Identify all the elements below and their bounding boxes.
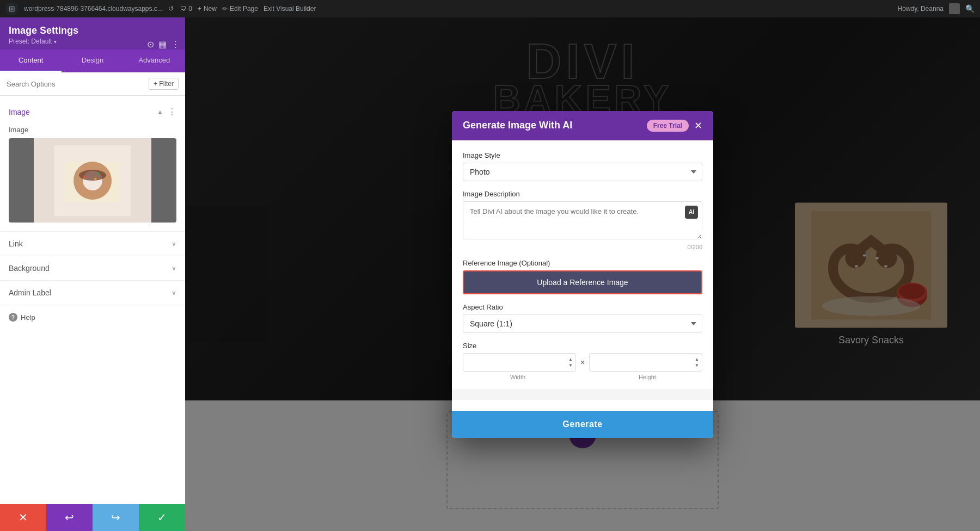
tab-content[interactable]: Content [0, 50, 62, 72]
modal-overlay: Generate Image With AI Free Trial ✕ Imag… [185, 17, 980, 531]
wp-logo-icon[interactable]: ⊞ [5, 2, 19, 15]
image-description-group: Image Description AI 0/200 [463, 190, 702, 250]
size-x-spacer [577, 374, 588, 380]
save-button[interactable]: ✓ [139, 504, 185, 531]
svg-point-4 [79, 170, 106, 181]
help-label: Help [21, 313, 35, 322]
help-icon: ? [9, 313, 17, 322]
more-options-icon[interactable]: ⋮ [171, 39, 180, 50]
image-description-textarea[interactable] [463, 201, 702, 239]
admin-label-section-label: Admin Label [9, 288, 51, 297]
width-increment-button[interactable]: ▲ [567, 356, 574, 362]
svg-point-5 [83, 176, 85, 178]
size-separator: × [580, 358, 585, 367]
svg-point-6 [97, 172, 99, 175]
tab-advanced[interactable]: Advanced [124, 50, 185, 72]
image-field-label: Image [9, 126, 176, 134]
height-spinners: ▲ ▼ [694, 356, 700, 368]
link-section-label: Link [9, 239, 23, 248]
columns-icon[interactable]: ▦ [158, 39, 167, 50]
admin-label-arrow-icon: ∨ [171, 289, 176, 297]
width-input-wrap: 512 ▲ ▼ [463, 353, 576, 372]
redo-button[interactable]: ↪ [93, 504, 139, 531]
aspect-ratio-group: Aspect Ratio Square (1:1)Landscape (16:9… [463, 303, 702, 333]
sidebar-search-bar: + Filter [0, 72, 185, 96]
refresh-icon[interactable]: ↺ [168, 5, 174, 13]
search-icon[interactable]: 🔍 [965, 4, 975, 13]
search-input[interactable] [7, 80, 144, 88]
wp-url: wordpress-784896-3766464.cloudwaysapps.c… [24, 5, 163, 13]
tab-design[interactable]: Design [62, 50, 123, 72]
image-style-select[interactable]: PhotoIllustrationSketchOil PaintingWater… [463, 163, 702, 181]
image-style-group: Image Style PhotoIllustrationSketchOil P… [463, 151, 702, 181]
sidebar-header: Image Settings Preset: Default ⊙ ▦ ⋮ [0, 17, 185, 50]
close-icon: ✕ [19, 511, 28, 524]
width-spinners: ▲ ▼ [567, 356, 574, 368]
modal-divider [452, 389, 713, 400]
image-section-label: Image [9, 108, 30, 116]
background-section-arrow-icon: ∨ [171, 264, 176, 272]
image-style-label: Image Style [463, 151, 702, 159]
aspect-ratio-select[interactable]: Square (1:1)Landscape (16:9)Portrait (9:… [463, 314, 702, 333]
image-section-header[interactable]: Image ▲ ⋮ [0, 102, 185, 121]
modal-body: Image Style PhotoIllustrationSketchOil P… [452, 140, 713, 411]
char-count: 0/200 [463, 244, 702, 250]
textarea-wrapper: AI [463, 201, 702, 242]
size-label: Size [463, 342, 702, 350]
settings-sidebar: Image Settings Preset: Default ⊙ ▦ ⋮ Con… [0, 17, 185, 531]
svg-point-7 [94, 178, 96, 180]
wp-bar-right: Howdy, Deanna 🔍 [898, 3, 975, 14]
width-decrement-button[interactable]: ▼ [567, 362, 574, 368]
width-input[interactable]: 512 [463, 353, 576, 372]
ai-label: AI [689, 209, 694, 215]
howdy-text: Howdy, Deanna [898, 5, 944, 13]
close-button[interactable]: ✕ [0, 504, 46, 531]
free-trial-badge[interactable]: Free Trial [647, 120, 689, 132]
height-increment-button[interactable]: ▲ [694, 356, 700, 362]
modal-header: Generate Image With AI Free Trial ✕ [452, 111, 713, 140]
redo-icon: ↪ [111, 511, 120, 524]
help-section[interactable]: ? Help [0, 305, 185, 329]
height-label: Height [592, 374, 702, 380]
background-section-label: Background [9, 264, 50, 273]
comment-icon[interactable]: 🗨 0 [180, 5, 192, 13]
ai-generate-modal: Generate Image With AI Free Trial ✕ Imag… [452, 111, 713, 438]
background-section[interactable]: Background ∨ [0, 256, 185, 280]
sidebar-header-icons: ⊙ ▦ ⋮ [147, 39, 180, 50]
filter-button[interactable]: + Filter [149, 78, 179, 90]
height-decrement-button[interactable]: ▼ [694, 362, 700, 368]
image-section-collapse-icon[interactable]: ▲ [157, 108, 163, 116]
link-section-arrow-icon: ∨ [171, 240, 176, 248]
upload-reference-button[interactable]: Upload a Reference Image [463, 270, 702, 294]
image-section: Image ▲ ⋮ Image [0, 102, 185, 231]
image-description-label: Image Description [463, 190, 702, 198]
aspect-ratio-label: Aspect Ratio [463, 303, 702, 311]
admin-label-section[interactable]: Admin Label ∨ [0, 280, 185, 305]
reference-image-group: Reference Image (Optional) Upload a Refe… [463, 259, 702, 294]
size-group: Size 512 ▲ ▼ × 512 [463, 342, 702, 380]
undo-button[interactable]: ↩ [46, 504, 93, 531]
ai-assist-icon[interactable]: AI [685, 206, 698, 219]
sidebar-content: Image ▲ ⋮ Image [0, 96, 185, 531]
exit-visual-builder-button[interactable]: Exit Visual Builder [264, 5, 316, 13]
modal-close-button[interactable]: ✕ [694, 120, 702, 132]
save-icon: ✓ [157, 511, 167, 524]
donut-image [54, 145, 131, 216]
reference-image-label: Reference Image (Optional) [463, 259, 702, 267]
sidebar-tabs: Content Design Advanced [0, 50, 185, 72]
wordpress-bar: ⊞ wordpress-784896-3766464.cloudwaysapps… [0, 0, 980, 17]
broadcast-icon[interactable]: ⊙ [147, 39, 154, 50]
new-button[interactable]: New [198, 5, 217, 13]
edit-page-button[interactable]: ✏ Edit Page [222, 5, 258, 13]
modal-header-actions: Free Trial ✕ [647, 120, 702, 132]
height-input[interactable]: 512 [589, 353, 702, 372]
wp-icons: ↺ 🗨 0 [168, 5, 192, 13]
width-label: Width [463, 374, 573, 380]
modal-title: Generate Image With AI [463, 120, 572, 131]
size-labels: Width Height [463, 374, 702, 380]
link-section[interactable]: Link ∨ [0, 231, 185, 256]
generate-button[interactable]: Generate [452, 411, 713, 438]
image-preview[interactable] [9, 138, 176, 223]
main-content: DIVI BAKERY [185, 17, 980, 531]
image-section-more-icon[interactable]: ⋮ [168, 107, 176, 117]
